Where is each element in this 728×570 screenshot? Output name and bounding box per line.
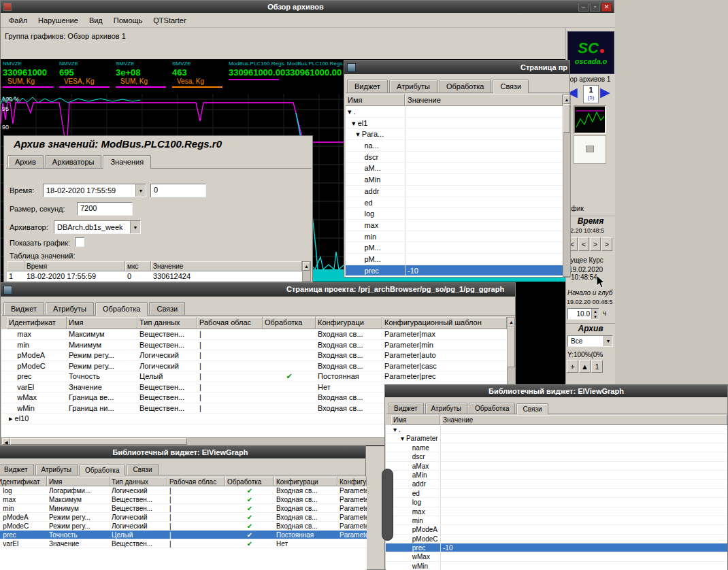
tab[interactable]: Связи	[493, 80, 529, 93]
menu-item[interactable]: Помощь	[108, 14, 148, 27]
depth-spinbox[interactable]: 10.0 ▲▼	[567, 308, 599, 320]
scroll-up-icon[interactable]: ▲	[508, 318, 515, 326]
tree-row[interactable]: max	[386, 507, 727, 516]
menu-item[interactable]: Файл	[3, 14, 33, 27]
column-header[interactable]: Идентификат	[7, 317, 67, 329]
tree-row[interactable]: ed	[386, 489, 727, 498]
tab[interactable]: Обработка	[95, 302, 148, 316]
combo-arrow-icon[interactable]: ▼	[135, 184, 146, 197]
minimize-button[interactable]: –	[578, 3, 589, 12]
tree-row[interactable]: log	[346, 208, 563, 220]
table-row[interactable]: pModeA Режим регу... Логический | Входна…	[1, 350, 507, 361]
page-links-titlebar[interactable]: Страница пр	[344, 61, 569, 74]
spin-down-icon[interactable]: ▼	[592, 314, 599, 320]
zoom-button[interactable]: 1	[591, 360, 603, 373]
tree-row[interactable]: wMax	[386, 552, 727, 561]
tab[interactable]: Связи	[127, 464, 158, 475]
tree-row[interactable]: aM...	[346, 163, 563, 174]
tab[interactable]: Обработка	[439, 80, 491, 93]
column-header[interactable]: Имя	[391, 415, 440, 425]
tree-row[interactable]: log	[386, 498, 727, 507]
tab[interactable]: Атрибуты	[389, 80, 437, 93]
archiver-combo[interactable]: DBArch.db1s_week ▼	[54, 220, 141, 234]
tree-row[interactable]: ▾ Para...	[346, 129, 563, 140]
scroll-thumb[interactable]	[10, 438, 187, 445]
usec-field[interactable]: 0	[150, 184, 206, 197]
tree-row[interactable]: max	[346, 220, 563, 231]
zoom-button[interactable]: ▲	[579, 360, 591, 373]
tree-row[interactable]: wMin	[386, 562, 727, 570]
time-combo[interactable]: 18-02-2020 17:55:59 ▼	[43, 184, 146, 197]
tab[interactable]: Значения	[103, 155, 151, 169]
combo-arrow-icon[interactable]: ▼	[130, 221, 140, 233]
column-header[interactable]: Конфигураци	[274, 477, 337, 486]
scroll-thumb[interactable]	[382, 469, 393, 541]
table-row[interactable]: min Минимум Веществен... | ✔ Входная св.…	[0, 504, 367, 513]
table-row[interactable]: min Минимум Веществен... | Входная св...…	[1, 340, 507, 351]
tree-row[interactable]: addr	[386, 480, 727, 488]
time-nav-button[interactable]: >	[590, 237, 601, 251]
table-row[interactable]: varEl Значение Веществен... | ✔ Нет	[0, 539, 367, 548]
menu-item[interactable]: QTStarter	[148, 14, 191, 27]
column-header[interactable]: Тип данных	[137, 317, 197, 329]
table-row[interactable]: pModeC Режим регу... Логический | ✔ Вход…	[0, 522, 367, 531]
tree-row[interactable]: ▾ el1	[346, 118, 563, 129]
project-titlebar[interactable]: Страница проекта: /prj_archBrowser/pg_so…	[1, 283, 515, 297]
time-nav-button[interactable]: <	[578, 237, 589, 251]
scroll-up-icon[interactable]: ▲	[563, 95, 570, 104]
column-header[interactable]: Время	[24, 261, 125, 271]
tab[interactable]: Виджет	[0, 464, 34, 475]
column-header[interactable]: мкс	[125, 261, 151, 271]
column-header[interactable]: Рабочая облас	[197, 317, 263, 329]
maximize-button[interactable]: ▫	[590, 3, 600, 12]
column-header[interactable]: Обработка	[263, 317, 316, 329]
tree-row[interactable]: na...	[346, 140, 563, 152]
tab[interactable]: Атрибуты	[46, 302, 94, 315]
next-page-button[interactable]: ▶	[600, 84, 610, 101]
table-row[interactable]: log Логарифми... Логический | ✔ Входная …	[0, 486, 367, 495]
tree-row[interactable]: prec -10	[386, 543, 727, 552]
scroll-thumb[interactable]	[563, 104, 570, 133]
main-titlebar[interactable]: Обзор архивов – ▫ ✕	[1, 1, 614, 13]
tree-row[interactable]: addr	[346, 186, 563, 197]
tab[interactable]: Атрибуты	[35, 464, 78, 475]
tab[interactable]: Атрибуты	[425, 403, 467, 414]
tree-row[interactable]: aMin	[346, 174, 563, 186]
tab[interactable]: Виджет	[3, 302, 44, 315]
tree-row[interactable]: ▾ .	[386, 425, 727, 434]
column-header[interactable]: Конфигурационный ш	[337, 477, 367, 486]
table-row[interactable]: max Максимум Веществен... | Входная св..…	[1, 329, 507, 340]
menu-item[interactable]: Нарушение	[33, 14, 84, 27]
tab[interactable]: Архиваторы	[45, 155, 102, 168]
scroll-left-icon[interactable]: ◀	[2, 438, 10, 445]
table-row[interactable]: 1 18-02-2020 17:55:59 0 330612424	[7, 271, 302, 282]
column-header[interactable]: Конфигураци	[316, 317, 382, 329]
vertical-scrollbar[interactable]: ▲	[563, 95, 571, 277]
scroll-up-icon[interactable]: ▲	[303, 262, 310, 271]
tree-row[interactable]: pM...	[346, 242, 563, 254]
tree-row[interactable]: name	[386, 443, 727, 452]
empty-thumbnail[interactable]	[574, 135, 606, 164]
tree-row[interactable]: ▾ .	[346, 106, 563, 118]
tree-row[interactable]: aMin	[386, 471, 727, 480]
tree-row[interactable]: aMax	[386, 462, 727, 471]
table-row[interactable]: pModeA Режим регу... Логический | ✔ Вход…	[0, 513, 367, 522]
size-field[interactable]: 7200	[77, 202, 133, 216]
tree-row[interactable]: min	[346, 231, 563, 243]
show-graph-checkbox[interactable]	[75, 237, 84, 247]
spinner-arrows[interactable]: ▲▼	[591, 309, 599, 319]
column-header[interactable]: Значение	[151, 261, 302, 271]
table-row[interactable]: prec Точность Целый | ✔ Постоянная Param…	[0, 531, 367, 539]
tab[interactable]: Виджет	[347, 80, 388, 93]
tab[interactable]: Архив	[7, 155, 44, 168]
table-row[interactable]: pModeC Режим регу... Логический | Входна…	[1, 361, 507, 372]
tree-row[interactable]: ed	[346, 197, 563, 209]
tab[interactable]: Связи	[516, 403, 548, 414]
tab[interactable]: Виджет	[388, 403, 424, 414]
table-row[interactable]: prec Точность Целый | ✔ Постоянная Param…	[1, 371, 507, 382]
tree-row[interactable]: pModeC	[386, 535, 727, 543]
zoom-button[interactable]: +	[567, 360, 578, 373]
close-button[interactable]: ✕	[601, 3, 612, 12]
column-header[interactable]: Имя	[47, 477, 110, 486]
graph-thumbnail[interactable]	[574, 105, 606, 134]
